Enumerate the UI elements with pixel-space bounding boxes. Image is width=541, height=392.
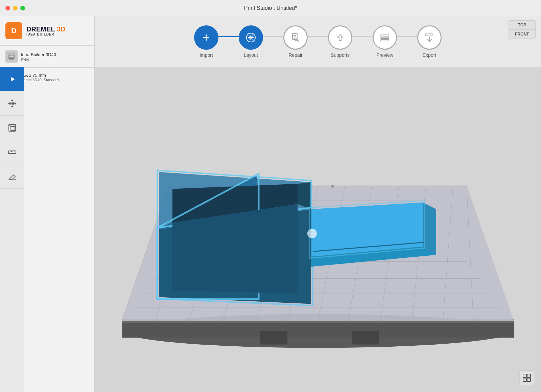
- close-button[interactable]: [5, 6, 10, 10]
- erase-tool-button[interactable]: [0, 164, 24, 189]
- device-details: Idea Builder 3D40 (type): [21, 52, 56, 61]
- svg-rect-14: [381, 35, 389, 36]
- svg-rect-2: [10, 57, 13, 59]
- brand-name: DREMEL 3D: [26, 26, 65, 32]
- import-label: Import: [199, 52, 213, 58]
- material-name: PLA 1.75 mm: [20, 73, 59, 78]
- title-bar: Print Studio : Untitled*: [0, 0, 541, 16]
- step-preview[interactable]: Preview: [373, 25, 397, 58]
- repair-circle[interactable]: [283, 25, 308, 50]
- layout-circle[interactable]: [239, 25, 263, 50]
- step-layout-container: Layout: [239, 25, 283, 58]
- import-icon: +: [203, 30, 210, 45]
- svg-point-74: [307, 229, 317, 238]
- svg-rect-78: [523, 378, 526, 382]
- top-view-button[interactable]: TOP: [509, 20, 536, 29]
- view-buttons[interactable]: TOP FRONT: [509, 20, 536, 39]
- connector-3: [308, 36, 328, 37]
- step-preview-container: Preview: [373, 25, 417, 58]
- tools-panel: [0, 67, 24, 392]
- step-supports-container: Supports: [328, 25, 373, 58]
- move-tool-button[interactable]: [0, 91, 24, 116]
- maximize-button[interactable]: [20, 6, 25, 10]
- svg-rect-36: [260, 331, 287, 345]
- settings-details: PLA 1.75 mm Dremel 3D40, Standard: [20, 73, 59, 82]
- step-export[interactable]: Export: [417, 25, 442, 58]
- workflow-toolbar: + Import Layout: [95, 16, 541, 67]
- repair-label: Repair: [288, 52, 302, 58]
- connector-2: [263, 36, 283, 37]
- svg-rect-76: [523, 374, 526, 377]
- preview-label: Preview: [376, 52, 393, 58]
- svg-rect-1: [10, 53, 13, 55]
- connector-5: [397, 36, 417, 37]
- svg-rect-79: [527, 378, 531, 382]
- device-subtext: (type): [21, 57, 56, 61]
- ruler-tool-button[interactable]: [0, 140, 24, 164]
- step-layout[interactable]: Layout: [239, 25, 263, 58]
- import-circle[interactable]: +: [194, 25, 218, 50]
- svg-rect-37: [352, 331, 379, 345]
- layout-arrange-button[interactable]: [519, 370, 534, 385]
- svg-rect-24: [11, 126, 15, 131]
- front-view-button[interactable]: FRONT: [509, 29, 536, 39]
- play-tool-button[interactable]: [0, 67, 24, 91]
- canvas-area[interactable]: [95, 67, 541, 392]
- profile-name: Dremel 3D40, Standard: [20, 78, 59, 82]
- device-name: Idea Builder 3D40: [21, 52, 56, 57]
- layout-label: Layout: [244, 52, 258, 58]
- svg-rect-26: [8, 151, 16, 154]
- step-repair-container: Repair: [283, 25, 328, 58]
- svg-rect-16: [381, 40, 389, 41]
- window-title: Print Studio : Untitled*: [244, 5, 297, 11]
- export-circle[interactable]: [417, 25, 442, 50]
- printer-icon: [5, 50, 18, 63]
- svg-rect-15: [381, 37, 389, 39]
- step-export-container: Export: [417, 25, 442, 58]
- export-label: Export: [423, 52, 436, 58]
- connector-1: [218, 36, 239, 37]
- connector-4: [352, 36, 373, 37]
- step-supports[interactable]: Supports: [328, 25, 352, 58]
- step-import-container: + Import: [194, 25, 239, 58]
- minimize-button[interactable]: [13, 6, 18, 10]
- svg-rect-18: [426, 34, 433, 36]
- step-import[interactable]: + Import: [194, 25, 218, 58]
- preview-circle[interactable]: [373, 25, 397, 50]
- logo-area: D DREMEL 3D IDEA BUILDER: [0, 16, 94, 46]
- supports-circle[interactable]: [328, 25, 352, 50]
- device-info: Idea Builder 3D40 (type): [0, 46, 94, 68]
- supports-label: Supports: [331, 52, 350, 58]
- step-repair[interactable]: Repair: [283, 25, 308, 58]
- svg-rect-77: [527, 374, 531, 377]
- window-controls[interactable]: [5, 6, 25, 10]
- logo-text: DREMEL 3D IDEA BUILDER: [26, 26, 65, 36]
- brand-subtitle: IDEA BUILDER: [26, 32, 65, 36]
- svg-rect-59: [331, 185, 334, 188]
- logo-icon: D: [5, 22, 22, 39]
- 3d-scene: [95, 67, 541, 392]
- scale-tool-button[interactable]: [0, 116, 24, 140]
- svg-marker-19: [11, 77, 15, 82]
